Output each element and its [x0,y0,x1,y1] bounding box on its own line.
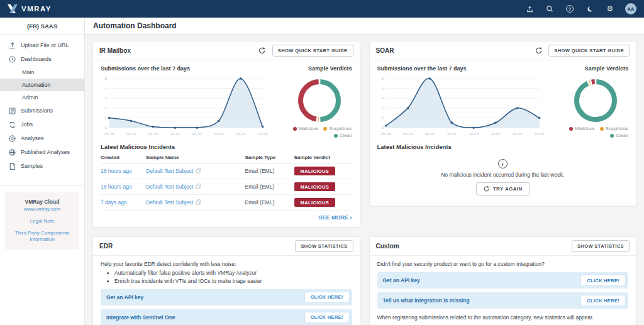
upload-icon[interactable] [525,4,535,14]
svg-text:0: 0 [104,126,107,129]
created-link[interactable]: 7 days ago [101,199,127,206]
svg-text:2: 2 [104,106,106,110]
sidebar-item-jobs[interactable]: Jobs [0,118,84,131]
try-again-button[interactable]: TRY AGAIN [476,182,530,196]
action-label: Get an API key [106,294,143,300]
sidebar-child-label: Main [22,69,35,75]
sidebar-item-admin[interactable]: Admin [0,91,84,104]
ir-submissions-line-chart: 01234509-2809-2909-3010-0110-0210-0310-0… [101,73,268,138]
copy-icon[interactable] [196,168,201,174]
created-link[interactable]: 18 hours ago [101,168,132,174]
settings-gear-icon[interactable]: ⚙ [605,4,615,14]
topbar: VMRAY ? ⚙ AA [0,0,644,18]
edr-card: EDR SHOW STATISTICS Help your favorite E… [92,236,360,325]
sidebar-item-analyses[interactable]: Analyses [0,131,84,145]
svg-text:09-30: 09-30 [425,132,435,136]
list-box-icon [8,107,16,115]
svg-text:10-01: 10-01 [447,132,457,136]
cloud-title: VMRay Cloud [9,199,75,205]
file-icon [8,162,16,170]
sample-name-link[interactable]: Default Test Subject [146,199,193,206]
svg-text:10-02: 10-02 [469,132,479,136]
try-again-label: TRY AGAIN [493,186,523,192]
svg-text:10-04: 10-04 [513,132,523,136]
svg-text:10-04: 10-04 [236,132,246,136]
ir-verdicts-legend: MaliciousSuspiciousClean [278,126,352,138]
svg-text:4: 4 [104,87,107,91]
soar-incidents-title: Latest Malicious Incidents [377,143,629,150]
dark-mode-icon[interactable] [585,4,595,14]
globe-icon [8,148,16,157]
ir-verdicts-title: Sample Verdicts [308,65,352,72]
main-area: Automation Dashboard IR Mailbox SHOW QUI… [85,18,644,325]
sample-name-link[interactable]: Default Test Subject [146,168,193,174]
show-statistics-button[interactable]: SHOW STATISTICS [295,240,353,252]
sidebar-item-samples[interactable]: Samples [0,159,84,173]
vmray-logo[interactable]: VMRAY [8,4,52,13]
soar-verdicts-title: Sample Verdicts [584,65,628,72]
soar-verdicts-legend: MaliciousSuspiciousClean [554,126,628,138]
sample-name-link[interactable]: Default Test Subject [146,184,193,190]
sidebar-item-label: Samples [21,163,43,169]
sample-type: Email (EML) [245,179,294,195]
custom-card: Custom SHOW STATISTICS Didn't find your … [369,236,637,325]
col-sample-type: Sample Type [245,151,294,163]
empty-state-text: No malicious incident occurred during th… [377,172,629,178]
sample-type: Email (EML) [245,195,294,211]
custom-missing-integration-row: Tell us what integration is missing CLIC… [377,292,629,309]
avatar[interactable]: AA [625,3,636,14]
search-icon[interactable] [545,4,555,14]
edr-bullet: Enrich true incidents with VTIs and IOCs… [114,277,352,285]
sidebar-item-published-analyses[interactable]: Published Analyses [0,145,84,159]
target-icon [8,135,16,143]
vmray-site-link[interactable]: www.vmray.com [9,206,75,213]
third-party-link[interactable]: Third Party Components Information [9,230,75,244]
svg-text:10-03: 10-03 [214,132,224,136]
logo-text: VMRAY [21,5,52,13]
action-label: Tell us what integration is missing [383,297,470,304]
click-here-button[interactable]: CLICK HERE! [304,312,350,323]
legal-note-link[interactable]: Legal Note [9,218,75,225]
click-here-button[interactable]: CLICK HERE! [580,295,626,306]
see-more-link[interactable]: SEE MORE › [101,214,352,221]
svg-text:09-28: 09-28 [380,132,391,136]
sidebar-item-automation[interactable]: Automation [0,79,84,91]
click-here-button[interactable]: CLICK HERE! [304,292,350,303]
copy-icon[interactable] [196,199,201,205]
refresh-icon[interactable] [257,46,267,56]
sync-icon [8,121,16,129]
refresh-icon[interactable] [533,46,543,56]
svg-text:10-03: 10-03 [491,132,501,136]
click-here-button[interactable]: CLICK HERE! [580,275,626,286]
svg-text:09-30: 09-30 [148,132,158,136]
clock-icon [8,55,16,63]
org-name: (FR) SAAS [0,18,84,35]
svg-text:0: 0 [381,126,384,129]
svg-text:10-05: 10-05 [534,132,544,136]
copy-icon[interactable] [196,184,201,189]
sidebar-item-dashboards[interactable]: Dashboards [0,52,84,66]
table-row: 7 days ago Default Test Subject Email (E… [101,195,352,211]
show-statistics-button[interactable]: SHOW STATISTICS [572,240,630,252]
ir-mailbox-title: IR Mailbox [99,47,257,54]
edr-title: EDR [99,243,295,250]
soar-chart-row: Submissions over the last 7 days 0123450… [377,65,629,138]
sidebar-item-submissions[interactable]: Submissions [0,104,84,118]
sidebar-item-upload[interactable]: Upload File or URL [0,38,84,52]
vmray-logo-icon [8,4,18,13]
sidebar-item-label: Jobs [21,121,33,128]
svg-text:3: 3 [381,96,383,100]
sidebar-item-label: Published Analyses [21,149,70,155]
sidebar-item-label: Upload File or URL [21,42,69,48]
help-icon[interactable]: ? [565,4,575,14]
created-link[interactable]: 18 hours ago [101,184,132,190]
topbar-actions: ? ⚙ AA [525,3,636,14]
soar-submissions-line-chart: 01234509-2809-2909-3010-0110-0210-0310-0… [377,73,545,138]
verdict-badge: MALICIOUS [294,167,336,175]
sidebar-item-label: Submissions [21,107,53,114]
edr-api-key-row: Get an API key CLICK HERE! [101,289,352,306]
sidebar-item-main[interactable]: Main [0,66,84,79]
quick-start-guide-button[interactable]: SHOW QUICK START GUIDE [548,45,630,57]
svg-text:2: 2 [381,106,383,110]
quick-start-guide-button[interactable]: SHOW QUICK START GUIDE [272,45,353,57]
